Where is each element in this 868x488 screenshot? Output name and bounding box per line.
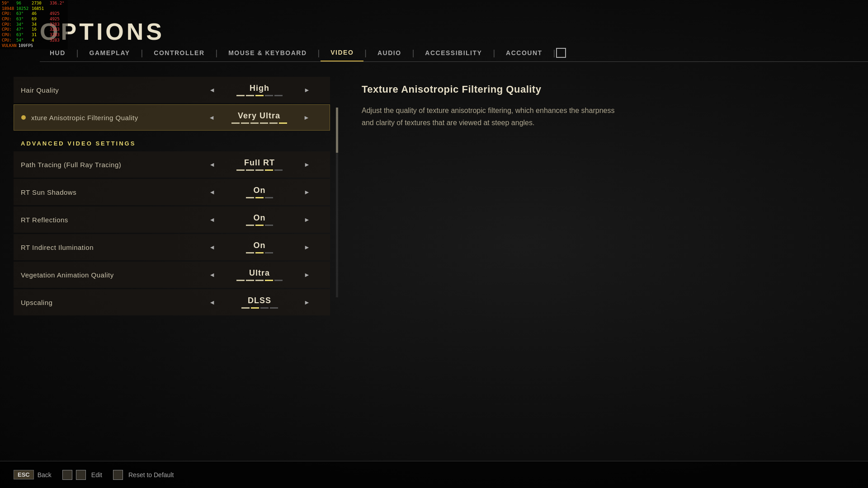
setting-row-rt-sun-shadows[interactable]: RT Sun Shadows ◄ On ► — [14, 179, 330, 205]
rt-reflections-bar — [246, 225, 273, 226]
hint-reset: Reset to Default — [113, 470, 174, 480]
tab-account[interactable]: ACCOUNT — [496, 45, 552, 61]
nav-sep-3: | — [215, 48, 219, 58]
upscaling-value: DLSS — [248, 296, 271, 305]
tab-accessibility[interactable]: ACCESSIBILITY — [415, 45, 492, 61]
rt-reflections-left[interactable]: ◄ — [205, 214, 219, 225]
hair-quality-left[interactable]: ◄ — [205, 84, 219, 95]
hair-quality-value-container: High — [223, 84, 296, 96]
hint-back: ESC Back — [14, 470, 52, 479]
nav-sep-4: | — [317, 48, 321, 58]
rt-indirect-bar — [246, 252, 273, 253]
setting-row-rt-indirect[interactable]: RT Indirect Ilumination ◄ On ► — [14, 234, 330, 260]
setting-row-upscaling[interactable]: Upscaling ◄ DLSS ► — [14, 289, 330, 315]
bar-seg — [255, 197, 264, 198]
upscaling-right[interactable]: ► — [300, 297, 314, 308]
bottom-bar: ESC Back Edit Reset to Default — [0, 461, 868, 488]
bar-seg — [265, 225, 273, 226]
upscaling-bar — [241, 307, 278, 309]
rt-sun-shadows-left[interactable]: ◄ — [205, 187, 219, 197]
vegetation-bar — [236, 280, 283, 281]
nav-tabs: HUD | GAMEPLAY | CONTROLLER | MOUSE & KE… — [40, 44, 868, 62]
tab-mouse-keyboard[interactable]: MOUSE & KEYBOARD — [218, 45, 316, 61]
vegetation-value-container: Ultra — [223, 268, 296, 281]
setting-control-rt-reflections: ◄ On ► — [196, 213, 323, 226]
setting-control-texture-aniso: ◄ Very Ultra ► — [196, 111, 322, 124]
texture-aniso-value-container: Very Ultra — [223, 111, 295, 124]
rt-sun-shadows-right[interactable]: ► — [300, 187, 314, 197]
setting-name-rt-reflections: RT Reflections — [21, 216, 196, 224]
path-tracing-value: Full RT — [244, 158, 275, 168]
setting-name-path-tracing: Path Tracing (Full Ray Tracing) — [21, 161, 196, 169]
bar-seg — [246, 197, 254, 198]
bar-seg — [236, 280, 245, 281]
vegetation-value: Ultra — [249, 268, 270, 278]
setting-name-vegetation: Vegetation Animation Quality — [21, 271, 196, 279]
setting-row-path-tracing[interactable]: Path Tracing (Full Ray Tracing) ◄ Full R… — [14, 151, 330, 178]
path-tracing-left[interactable]: ◄ — [205, 159, 219, 170]
bar-seg — [231, 122, 240, 124]
tab-audio[interactable]: AUDIO — [368, 45, 411, 61]
scrollbar-thumb[interactable] — [336, 108, 338, 153]
tab-controller[interactable]: CONTROLLER — [144, 45, 214, 61]
bar-seg — [274, 280, 283, 281]
bar-seg — [241, 122, 249, 124]
bar-seg — [236, 95, 245, 96]
rt-reflections-value: On — [254, 213, 266, 223]
setting-control-rt-indirect: ◄ On ► — [196, 241, 323, 253]
rt-indirect-value: On — [254, 241, 266, 250]
setting-row-vegetation[interactable]: Vegetation Animation Quality ◄ Ultra ► — [14, 262, 330, 288]
setting-name-rt-indirect: RT Indirect Ilumination — [21, 244, 196, 251]
selected-bullet — [21, 115, 26, 120]
texture-aniso-right[interactable]: ► — [300, 112, 313, 123]
reset-label: Reset to Default — [128, 471, 174, 479]
upscaling-left[interactable]: ◄ — [205, 297, 219, 308]
nav-sep-7: | — [492, 48, 496, 58]
bar-seg — [255, 95, 264, 96]
bar-seg — [260, 122, 268, 124]
setting-control-path-tracing: ◄ Full RT ► — [196, 158, 323, 171]
rt-indirect-left[interactable]: ◄ — [205, 242, 219, 253]
tab-gameplay[interactable]: GAMEPLAY — [80, 45, 140, 61]
setting-name-texture-aniso: xture Anisotropic Filtering Quality — [31, 114, 196, 122]
bar-seg — [246, 280, 254, 281]
path-tracing-bar — [236, 169, 283, 171]
texture-aniso-left[interactable]: ◄ — [205, 112, 218, 123]
nav-icon-button[interactable] — [556, 48, 566, 58]
bar-seg — [246, 252, 254, 253]
bar-seg — [251, 307, 259, 309]
bar-seg — [250, 122, 259, 124]
bar-seg — [265, 252, 273, 253]
edit-label: Edit — [91, 471, 102, 479]
info-description: Adjust the quality of texture anisotropi… — [362, 104, 615, 129]
vegetation-right[interactable]: ► — [300, 269, 314, 280]
bar-seg — [241, 307, 250, 309]
bar-seg — [255, 280, 264, 281]
rt-indirect-right[interactable]: ► — [300, 242, 314, 253]
advanced-section-header: ADVANCED VIDEO SETTINGS — [14, 132, 330, 151]
setting-row-hair-quality[interactable]: Hair Quality ◄ High ► — [14, 77, 330, 103]
setting-row-rt-reflections[interactable]: RT Reflections ◄ On ► — [14, 206, 330, 233]
setting-name-upscaling: Upscaling — [21, 299, 196, 306]
bar-seg — [246, 225, 254, 226]
setting-name-hair-quality: Hair Quality — [21, 86, 196, 94]
bar-seg — [274, 95, 283, 96]
rt-reflections-value-container: On — [223, 213, 296, 226]
setting-control-upscaling: ◄ DLSS ► — [196, 296, 323, 309]
upscaling-value-container: DLSS — [223, 296, 296, 309]
setting-control-hair-quality: ◄ High ► — [196, 84, 323, 96]
vegetation-left[interactable]: ◄ — [205, 269, 219, 280]
nav-sep-6: | — [411, 48, 415, 58]
rt-reflections-right[interactable]: ► — [300, 214, 314, 225]
setting-row-texture-aniso[interactable]: xture Anisotropic Filtering Quality ◄ Ve… — [14, 104, 330, 131]
esc-key: ESC — [14, 470, 34, 479]
path-tracing-right[interactable]: ► — [300, 159, 314, 170]
bar-seg — [265, 197, 273, 198]
tab-video[interactable]: VIDEO — [321, 44, 363, 61]
texture-aniso-value: Very Ultra — [238, 111, 280, 121]
nav-sep-1: | — [75, 48, 80, 58]
info-panel: Texture Anisotropic Filtering Quality Ad… — [344, 70, 868, 488]
hair-quality-right[interactable]: ► — [300, 84, 314, 95]
hair-quality-bar — [236, 95, 283, 96]
nav-sep-2: | — [140, 48, 144, 58]
